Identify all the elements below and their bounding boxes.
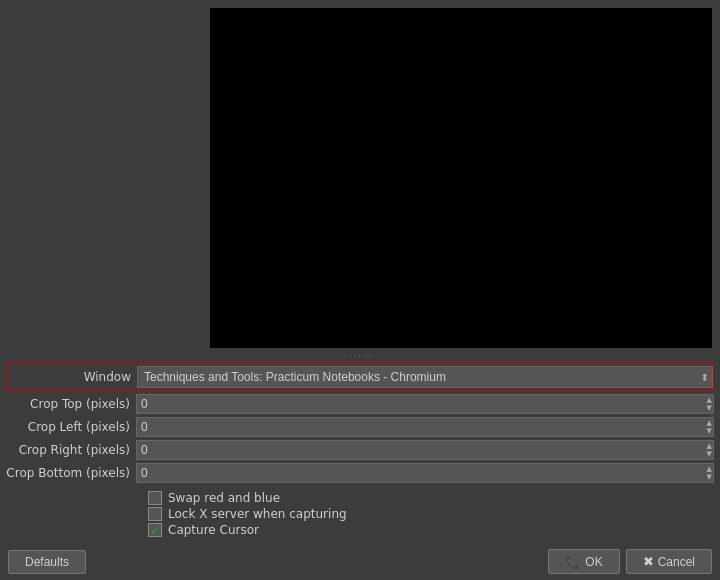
ok-label: OK (585, 555, 602, 569)
capture-cursor-label: Capture Cursor (168, 523, 259, 537)
swap-red-blue-row: Swap red and blue (148, 491, 720, 505)
defaults-button[interactable]: Defaults (8, 550, 86, 574)
crop-top-input[interactable] (136, 394, 714, 414)
lock-server-checkbox[interactable] (148, 507, 162, 521)
check-mark-icon: ✓ (150, 525, 159, 536)
spinner-down-icon[interactable]: ▼ (707, 473, 712, 481)
window-row: Window Techniques and Tools: Practicum N… (6, 363, 714, 391)
left-panel (0, 0, 210, 348)
defaults-label: Defaults (25, 555, 69, 569)
x-icon: ✖ (643, 554, 654, 569)
crop-right-input-wrapper: ▲ ▼ (136, 440, 714, 460)
window-select[interactable]: Techniques and Tools: Practicum Notebook… (137, 366, 713, 388)
capture-cursor-checkbox[interactable]: ✓ (148, 523, 162, 537)
divider-dots: ....... (0, 348, 720, 361)
swap-red-blue-label: Swap red and blue (168, 491, 280, 505)
phone-icon: 📞 (565, 554, 581, 569)
crop-bottom-input[interactable] (136, 463, 714, 483)
spinner-up-icon[interactable]: ▲ (707, 419, 712, 427)
crop-left-row: Crop Left (pixels) ▲ ▼ (6, 416, 714, 438)
main-container: ....... Window Techniques and Tools: Pra… (0, 0, 720, 580)
crop-right-row: Crop Right (pixels) ▲ ▼ (6, 439, 714, 461)
lock-server-row: Lock X server when capturing (148, 507, 720, 521)
crop-bottom-input-wrapper: ▲ ▼ (136, 463, 714, 483)
crop-left-label: Crop Left (pixels) (6, 420, 136, 434)
controls-section: Window Techniques and Tools: Practicum N… (0, 361, 720, 543)
canvas-preview (210, 8, 712, 348)
window-select-wrapper: Techniques and Tools: Practicum Notebook… (137, 366, 713, 388)
cancel-label: Cancel (658, 555, 695, 569)
swap-red-blue-checkbox[interactable] (148, 491, 162, 505)
crop-bottom-row: Crop Bottom (pixels) ▲ ▼ (6, 462, 714, 484)
crop-top-spinner[interactable]: ▲ ▼ (707, 396, 712, 412)
spinner-up-icon[interactable]: ▲ (707, 396, 712, 404)
crop-left-input[interactable] (136, 417, 714, 437)
spinner-down-icon[interactable]: ▼ (707, 427, 712, 435)
crop-bottom-label: Crop Bottom (pixels) (6, 466, 136, 480)
crop-left-spinner[interactable]: ▲ ▼ (707, 419, 712, 435)
spinner-down-icon[interactable]: ▼ (707, 450, 712, 458)
cancel-button[interactable]: ✖ Cancel (626, 549, 712, 574)
crop-top-label: Crop Top (pixels) (6, 397, 136, 411)
capture-cursor-row: ✓ Capture Cursor (148, 523, 720, 537)
crop-right-input[interactable] (136, 440, 714, 460)
lock-server-label: Lock X server when capturing (168, 507, 347, 521)
crop-left-input-wrapper: ▲ ▼ (136, 417, 714, 437)
bottom-bar: Defaults 📞 OK ✖ Cancel (0, 543, 720, 580)
crop-right-spinner[interactable]: ▲ ▼ (707, 442, 712, 458)
spinner-up-icon[interactable]: ▲ (707, 442, 712, 450)
crop-bottom-spinner[interactable]: ▲ ▼ (707, 465, 712, 481)
crop-top-row: Crop Top (pixels) ▲ ▼ (6, 393, 714, 415)
checkboxes-section: Swap red and blue Lock X server when cap… (0, 485, 720, 543)
spinner-up-icon[interactable]: ▲ (707, 465, 712, 473)
preview-area (0, 0, 720, 348)
ok-button[interactable]: 📞 OK (548, 549, 619, 574)
spinner-down-icon[interactable]: ▼ (707, 404, 712, 412)
window-label: Window (7, 370, 137, 384)
crop-right-label: Crop Right (pixels) (6, 443, 136, 457)
right-buttons: 📞 OK ✖ Cancel (548, 549, 712, 574)
crop-top-input-wrapper: ▲ ▼ (136, 394, 714, 414)
